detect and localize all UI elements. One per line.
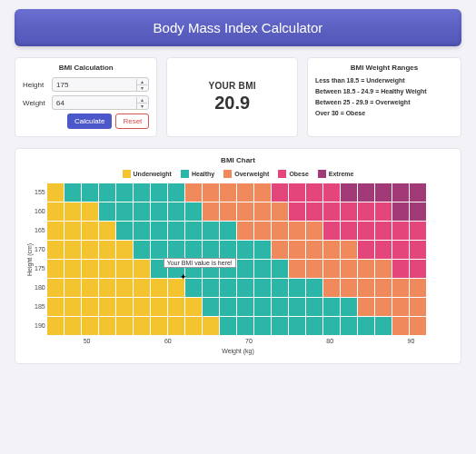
x-tick: 50 xyxy=(46,338,127,344)
heatmap-cell xyxy=(64,279,81,297)
y-tick: 165 xyxy=(35,222,45,240)
heatmap-cell xyxy=(134,202,150,221)
heatmap-cell xyxy=(99,298,115,316)
heatmap-cell xyxy=(392,279,409,297)
heatmap-cell xyxy=(82,241,98,259)
y-axis-ticks: 155160165170175180185190 xyxy=(35,183,47,335)
heatmap-cell xyxy=(185,298,202,316)
heatmap-cell xyxy=(289,317,305,335)
y-tick: 160 xyxy=(35,202,45,221)
heatmap-cell xyxy=(237,222,253,240)
heatmap-cell xyxy=(254,183,271,202)
heatmap-cell xyxy=(116,202,133,221)
heatmap-cell xyxy=(47,222,64,240)
calculate-button[interactable]: Calculate xyxy=(67,114,112,129)
weight-input[interactable]: 64 ▴▾ xyxy=(52,95,149,110)
height-stepper[interactable]: ▴▾ xyxy=(136,79,147,90)
bmi-result-card: YOUR BMI 20.9 xyxy=(166,57,298,137)
heatmap-cell xyxy=(64,298,81,316)
heatmap-cell xyxy=(323,260,340,278)
heatmap-cell xyxy=(237,298,253,316)
heatmap-cell xyxy=(358,260,374,278)
heatmap-cell xyxy=(47,241,64,259)
heatmap-cell xyxy=(47,279,64,297)
range-line: Between 25 - 29.9 = Overweight xyxy=(315,99,453,105)
x-axis-label: Weight (kg) xyxy=(25,348,451,354)
heatmap-cell xyxy=(185,317,202,335)
y-tick: 190 xyxy=(35,317,45,335)
heatmap-cell xyxy=(82,279,98,297)
chevron-up-icon[interactable]: ▴ xyxy=(136,79,147,85)
heatmap-cell xyxy=(47,260,64,278)
heatmap-cell xyxy=(375,317,392,335)
heatmap-cell xyxy=(272,241,288,259)
heatmap-cell xyxy=(151,317,167,335)
heatmap-cell xyxy=(237,183,253,202)
heatmap-cell xyxy=(375,279,392,297)
chevron-down-icon[interactable]: ▾ xyxy=(136,104,147,109)
heatmap-cell xyxy=(358,222,374,240)
heatmap-cell xyxy=(220,317,236,335)
chart-tooltip: Your BMI value is here! xyxy=(164,258,236,268)
heatmap-cell xyxy=(289,183,305,202)
height-label: Height xyxy=(23,81,48,89)
heatmap-cell xyxy=(306,222,322,240)
heatmap-cell xyxy=(116,298,133,316)
heatmap-cell xyxy=(151,183,167,202)
chevron-up-icon[interactable]: ▴ xyxy=(136,97,147,104)
heatmap-cell xyxy=(237,241,253,259)
heatmap-cell xyxy=(306,298,322,316)
heatmap-cell xyxy=(82,317,98,335)
y-tick: 185 xyxy=(35,298,45,316)
heatmap-cell xyxy=(272,202,288,221)
heatmap-cell xyxy=(168,241,184,259)
result-label: YOUR BMI xyxy=(174,81,290,91)
heatmap-cell xyxy=(323,202,340,221)
heatmap-cell xyxy=(203,317,219,335)
legend-item-obese: Obese xyxy=(278,170,308,178)
page-header: Body Mass Index Calculator xyxy=(15,9,461,46)
heatmap-cell xyxy=(410,222,426,240)
heatmap-cell xyxy=(168,222,184,240)
heatmap-cell xyxy=(323,298,340,316)
heatmap-cell xyxy=(185,183,202,202)
chevron-down-icon[interactable]: ▾ xyxy=(136,85,147,91)
height-input[interactable]: 175 ▴▾ xyxy=(52,77,149,92)
heatmap-cell xyxy=(341,279,357,297)
heatmap-cell xyxy=(323,222,340,240)
reset-button[interactable]: Reset xyxy=(115,114,149,129)
heatmap-cell xyxy=(341,202,357,221)
heatmap-cell xyxy=(272,183,288,202)
heatmap-cell xyxy=(185,222,202,240)
heatmap-cell xyxy=(410,183,426,202)
heatmap-cell xyxy=(323,279,340,297)
weight-stepper[interactable]: ▴▾ xyxy=(136,97,147,108)
heatmap-cell xyxy=(116,260,133,278)
heatmap-cell xyxy=(168,317,184,335)
heatmap-cell xyxy=(254,317,271,335)
x-tick: 90 xyxy=(371,338,451,344)
heatmap-cell xyxy=(341,317,357,335)
heatmap-cell xyxy=(82,260,98,278)
heatmap-cell xyxy=(375,222,392,240)
heatmap-cell xyxy=(116,279,133,297)
heatmap-cell xyxy=(237,202,253,221)
heatmap-cell xyxy=(392,298,409,316)
heatmap-cell xyxy=(341,298,357,316)
heatmap-cell xyxy=(220,202,236,221)
heatmap-cell xyxy=(134,298,150,316)
legend-item-underweight: Underweight xyxy=(123,170,172,178)
heatmap-cell xyxy=(134,260,150,278)
swatch-icon xyxy=(223,170,232,178)
heatmap-cell xyxy=(64,260,81,278)
heatmap-cell xyxy=(168,298,184,316)
heatmap-cell xyxy=(358,279,374,297)
y-tick: 180 xyxy=(35,279,45,297)
heatmap-cell xyxy=(64,222,81,240)
heatmap-cell xyxy=(289,222,305,240)
swatch-icon xyxy=(123,170,131,178)
heatmap-cell xyxy=(254,260,271,278)
y-tick: 155 xyxy=(35,183,45,202)
heatmap-cell xyxy=(168,279,184,297)
heatmap-grid: Your BMI value is here! ✦ xyxy=(47,183,426,335)
